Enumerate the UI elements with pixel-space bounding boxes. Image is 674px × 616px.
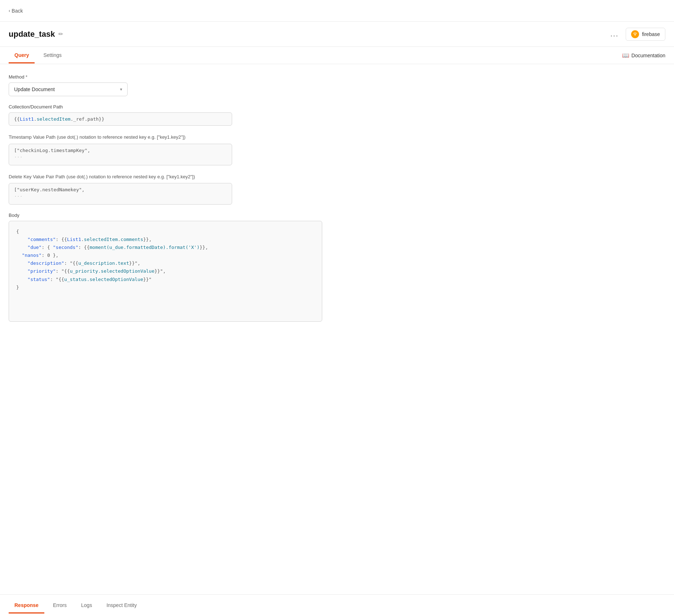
header-row: update_task ✏ ... firebase xyxy=(0,22,674,47)
delete-key-input[interactable]: ["userKey.nestedNamekey", ... xyxy=(9,183,232,205)
bottom-tab-inspect[interactable]: Inspect Entity xyxy=(101,597,142,613)
body-code-area[interactable]: { "comments": {{List1.selectedItem.comme… xyxy=(9,221,322,322)
firebase-badge[interactable]: firebase xyxy=(626,28,665,41)
timestamp-label: Timestamp Value Path (use dot(.) notatio… xyxy=(9,134,665,141)
body-line-5: "description": "{{u_description.text}}", xyxy=(16,259,315,267)
body-line-3: "due": { "seconds": {{moment(u_due.forma… xyxy=(16,244,315,251)
timestamp-input[interactable]: ["checkinLog.timestampKey", ... xyxy=(9,144,232,165)
delete-key-line1: ["userKey.nestedNamekey", xyxy=(14,187,227,192)
back-label: Back xyxy=(12,8,23,14)
top-bar: ‹ Back xyxy=(0,0,674,22)
firebase-label: firebase xyxy=(642,31,660,37)
body-line-1: { xyxy=(16,228,315,236)
required-star: * xyxy=(26,74,27,80)
body-label: Body xyxy=(9,213,665,218)
bottom-tab-logs[interactable]: Logs xyxy=(75,597,98,613)
query-title: update_task xyxy=(9,30,55,39)
method-value: Update Document xyxy=(14,86,55,92)
timestamp-field-group: Timestamp Value Path (use dot(.) notatio… xyxy=(9,134,665,165)
body-line-8: } xyxy=(16,284,315,291)
collection-path-field-group: Collection/Document Path {{List1.selecte… xyxy=(9,104,665,126)
svg-point-0 xyxy=(635,34,636,35)
documentation-label: Documentation xyxy=(631,53,665,58)
timestamp-line2: ... xyxy=(14,153,227,159)
delete-key-label: Delete Key Value Pair Path (use dot(.) n… xyxy=(9,173,665,180)
method-label: Method * xyxy=(9,74,665,80)
documentation-link[interactable]: 📖 Documentation xyxy=(622,52,665,59)
back-button[interactable]: ‹ Back xyxy=(9,8,23,14)
method-dropdown[interactable]: Update Document ▾ xyxy=(9,82,128,96)
tab-query[interactable]: Query xyxy=(9,47,35,63)
documentation-icon: 📖 xyxy=(622,52,629,59)
bottom-tabs: Response Errors Logs Inspect Entity xyxy=(0,594,674,616)
method-field-group: Method * Update Document ▾ xyxy=(9,74,665,96)
bottom-tab-errors[interactable]: Errors xyxy=(47,597,72,613)
timestamp-line1: ["checkinLog.timestampKey", xyxy=(14,148,227,153)
body-line-6: "priority": "{{u_priority.selectedOption… xyxy=(16,267,315,275)
tab-settings[interactable]: Settings xyxy=(37,47,67,63)
delete-key-field-group: Delete Key Value Pair Path (use dot(.) n… xyxy=(9,173,665,205)
body-field-group: Body { "comments": {{List1.selectedItem.… xyxy=(9,213,665,322)
body-line-7: "status": "{{u_status.selectedOptionValu… xyxy=(16,276,315,284)
more-menu-button[interactable]: ... xyxy=(611,30,619,38)
main-content: Method * Update Document ▾ Collection/Do… xyxy=(0,64,674,594)
collection-path-input[interactable]: {{List1.selectedItem._ref.path}} xyxy=(9,112,232,126)
body-line-2: "comments": {{List1.selectedItem.comment… xyxy=(16,236,315,244)
firebase-icon xyxy=(631,30,639,38)
bottom-tab-response[interactable]: Response xyxy=(9,597,44,613)
tabs-row: Query Settings 📖 Documentation xyxy=(0,47,674,64)
collection-path-label: Collection/Document Path xyxy=(9,104,665,110)
back-chevron-icon: ‹ xyxy=(9,8,10,13)
body-line-4: "nanos": 0 }, xyxy=(16,251,315,259)
edit-icon[interactable]: ✏ xyxy=(58,31,63,37)
delete-key-line2: ... xyxy=(14,192,227,198)
dropdown-arrow-icon: ▾ xyxy=(120,87,122,92)
